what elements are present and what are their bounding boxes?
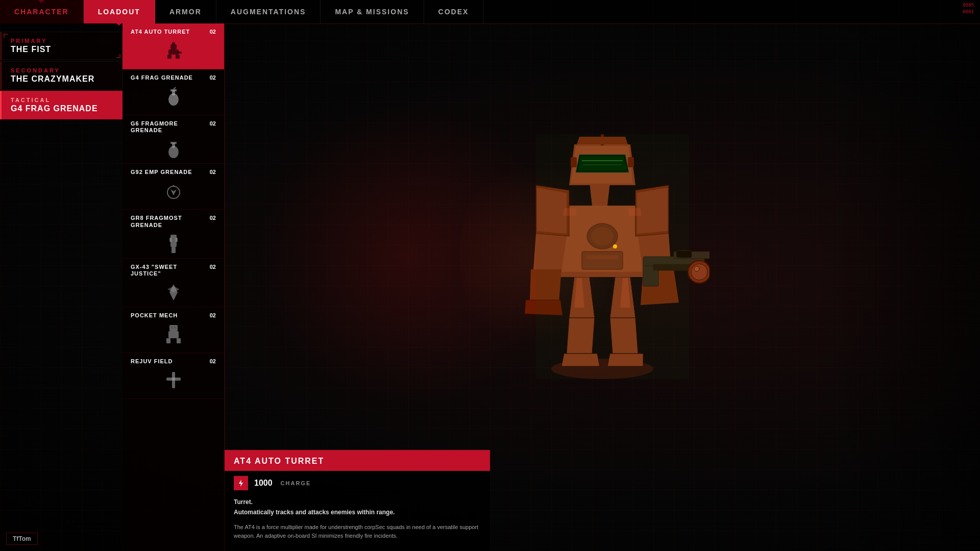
stat-icon xyxy=(234,476,248,490)
corner-code-2: 0001 xyxy=(963,9,974,15)
loadout-slot-secondary[interactable]: SECONDARY THE CRAZYMAKER xyxy=(0,61,122,90)
svg-rect-16 xyxy=(172,247,176,253)
item-icon-at4 xyxy=(131,38,216,63)
corner-codes: 0005 0001 xyxy=(957,0,980,17)
username-text: TfTom xyxy=(13,535,31,542)
svg-line-9 xyxy=(174,87,176,89)
item-name-at4: AT4 AUTO TURRET xyxy=(131,29,190,35)
svg-rect-18 xyxy=(176,238,178,242)
item-name-gr8: GR8 FRAGMOST GRENADE xyxy=(131,215,202,228)
tab-loadout-indicator xyxy=(116,0,122,3)
top-navigation: CHARACTER LOADOUT ARMOR AUGMENTATIONS MA… xyxy=(0,0,980,23)
item-icon-rejuv xyxy=(131,368,216,392)
svg-rect-2 xyxy=(167,55,172,59)
tab-loadout-label: LOADOUT xyxy=(98,8,140,16)
tab-augmentations-label: AUGMENTATIONS xyxy=(231,8,306,16)
item-icon-gx43 xyxy=(131,280,216,305)
primary-slot-name: THE FIST xyxy=(11,45,113,54)
svg-rect-3 xyxy=(176,55,180,59)
item-count-pocket-mech: 02 xyxy=(210,312,216,318)
secondary-slot-label: SECONDARY xyxy=(11,67,113,73)
svg-rect-22 xyxy=(177,338,181,343)
tab-map-missions[interactable]: MAP & MISSIONS xyxy=(321,0,424,23)
item-desc-line2: Automatically tracks and attacks enemies… xyxy=(234,508,481,517)
item-name-pocket-mech: POCKET MECH xyxy=(131,312,178,319)
svg-rect-17 xyxy=(169,238,172,242)
tab-armor[interactable]: ARMOR xyxy=(155,0,216,23)
svg-rect-20 xyxy=(168,331,179,338)
item-count-gr8: 02 xyxy=(210,215,216,221)
tab-loadout[interactable]: LOADOUT xyxy=(84,0,155,23)
item-name-gx43: GX-43 "SWEET JUSTICE" xyxy=(131,264,202,277)
slot-corner-br xyxy=(116,54,120,58)
equipment-item-g92[interactable]: G92 EMP GRENADE 02 xyxy=(122,164,224,210)
svg-rect-1 xyxy=(168,49,179,55)
loadout-slot-tactical[interactable]: TACTICAL G4 FRAG GRENADE xyxy=(0,91,122,119)
item-count-rejuv: 02 xyxy=(210,358,216,364)
tab-character-indicator xyxy=(38,0,44,3)
item-icon-g6 xyxy=(131,137,216,161)
svg-rect-12 xyxy=(170,142,177,144)
item-desc-line1: Turret. xyxy=(234,497,481,507)
item-count-g6: 02 xyxy=(210,120,216,127)
tab-character[interactable]: CHARACTER xyxy=(0,0,84,23)
tab-codex[interactable]: CODEX xyxy=(424,0,484,23)
svg-rect-26 xyxy=(166,378,181,381)
equipment-item-gr8[interactable]: GR8 FRAGMOST GRENADE 02 xyxy=(122,210,224,258)
svg-rect-0 xyxy=(170,44,177,49)
tab-codex-label: CODEX xyxy=(438,8,469,16)
svg-rect-8 xyxy=(170,89,177,91)
item-lore-text: The AT4 is a force multiplier made for u… xyxy=(234,524,478,539)
loadout-slot-primary[interactable]: PRIMARY THE FIST xyxy=(0,32,122,60)
tab-map-label: MAP & MISSIONS xyxy=(335,8,409,16)
svg-rect-5 xyxy=(178,52,182,54)
equipment-item-g4[interactable]: G4 FRAG GRENADE 02 xyxy=(122,69,224,115)
character-figure xyxy=(475,78,730,394)
svg-rect-21 xyxy=(166,338,170,343)
item-stat-type: CHARGE xyxy=(281,480,311,486)
tab-augmentations[interactable]: AUGMENTATIONS xyxy=(216,0,321,23)
loadout-sidebar: PRIMARY THE FIST SECONDARY THE CRAZYMAKE… xyxy=(0,23,122,551)
tactical-slot-name: G4 FRAG GRENADE xyxy=(11,104,113,113)
item-name-rejuv: REJUV FIELD xyxy=(131,358,173,365)
equipment-item-gx43[interactable]: GX-43 "SWEET JUSTICE" 02 xyxy=(122,259,224,307)
equipment-item-rejuv[interactable]: REJUV FIELD 02 xyxy=(122,353,224,399)
svg-rect-24 xyxy=(174,327,176,329)
item-detail-panel: AT4 AUTO TURRET 1000 CHARGE Turret. Auto… xyxy=(225,450,490,551)
equipment-item-g6[interactable]: G6 FRAGMORE GRENADE 02 xyxy=(122,115,224,164)
svg-rect-4 xyxy=(172,42,175,45)
item-count-g92: 02 xyxy=(210,169,216,175)
slot-corner-tl xyxy=(4,34,8,38)
svg-point-42 xyxy=(694,266,699,271)
item-stat-value: 1000 xyxy=(254,479,273,488)
deco-line-1 xyxy=(122,23,980,24)
corner-code-1: 0005 xyxy=(963,2,974,9)
svg-rect-23 xyxy=(171,327,173,329)
svg-rect-48 xyxy=(536,134,689,379)
tab-armor-label: ARMOR xyxy=(169,8,202,16)
primary-slot-label: PRIMARY xyxy=(11,38,113,44)
equipment-panel: AT4 AUTO TURRET 02 G4 FRAG GRENADE 02 xyxy=(122,23,225,551)
equipment-item-at4[interactable]: AT4 AUTO TURRET 02 xyxy=(122,23,224,69)
character-display-area xyxy=(225,23,980,449)
item-detail-title: AT4 AUTO TURRET xyxy=(225,452,490,471)
tab-character-label: CHARACTER xyxy=(14,8,69,16)
item-icon-pocket-mech xyxy=(131,322,216,346)
item-icon-g4 xyxy=(131,84,216,109)
tactical-slot-label: TACTICAL xyxy=(11,97,113,103)
item-count-at4: 02 xyxy=(210,29,216,35)
svg-point-41 xyxy=(691,264,707,280)
item-short-description: Turret. Automatically tracks and attacks… xyxy=(225,495,490,521)
item-count-gx43: 02 xyxy=(210,264,216,270)
equipment-item-pocket-mech[interactable]: POCKET MECH 02 xyxy=(122,307,224,353)
item-count-g4: 02 xyxy=(210,74,216,81)
item-lore-description: The AT4 is a force multiplier made for u… xyxy=(225,521,490,543)
item-icon-g92 xyxy=(131,179,216,204)
username-badge: TfTom xyxy=(6,533,38,545)
item-stats-row: 1000 CHARGE xyxy=(225,471,490,495)
item-icon-gr8 xyxy=(131,232,216,256)
secondary-slot-name: THE CRAZYMAKER xyxy=(11,74,113,84)
mech-svg xyxy=(495,83,709,389)
svg-rect-19 xyxy=(169,325,178,331)
svg-point-49 xyxy=(613,244,617,248)
